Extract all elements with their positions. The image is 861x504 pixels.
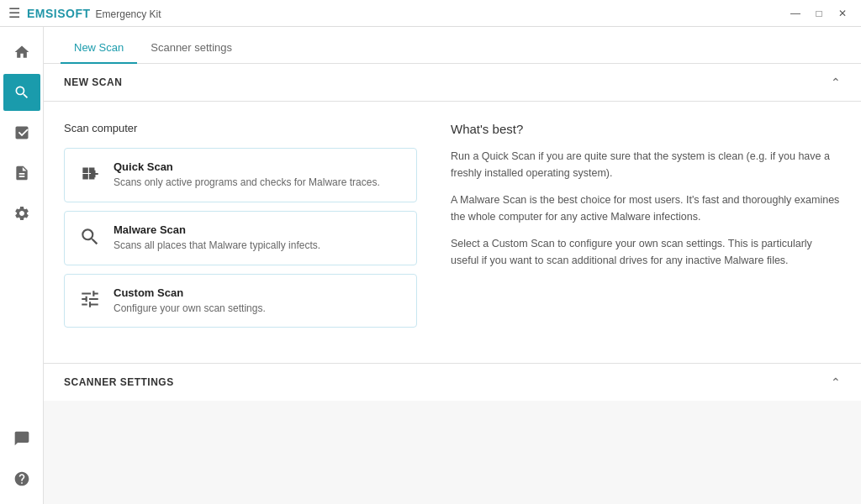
sidebar-item-logs[interactable] <box>3 155 40 192</box>
scanner-settings-chevron-up-icon: ⌃ <box>831 375 841 389</box>
search-icon <box>13 84 30 101</box>
quick-scan-card[interactable]: Quick Scan Scans only active programs an… <box>64 148 417 202</box>
quick-scan-text: Quick Scan Scans only active programs an… <box>114 160 380 190</box>
malware-scan-title: Malware Scan <box>114 223 320 236</box>
quarantine-icon <box>13 124 30 141</box>
scanner-settings-section-title: SCANNER SETTINGS <box>64 376 174 388</box>
titlebar: ☰ EMSISOFT Emergency Kit — □ ✕ <box>0 0 861 27</box>
quick-scan-icon <box>78 163 102 187</box>
app-body: New Scan Scanner settings NEW SCAN ⌃ Sca… <box>0 27 861 504</box>
new-scan-section: NEW SCAN ⌃ Scan computer <box>44 64 861 364</box>
titlebar-left: ☰ EMSISOFT Emergency Kit <box>8 5 161 21</box>
scan-right: What's best? Run a Quick Scan if you are… <box>451 122 841 336</box>
custom-scan-card[interactable]: Custom Scan Configure your own scan sett… <box>64 274 417 328</box>
tab-bar: New Scan Scanner settings <box>44 27 861 64</box>
scan-computer-label: Scan computer <box>64 122 417 134</box>
malware-scan-icon <box>78 226 102 250</box>
chat-icon <box>13 430 30 447</box>
brand-emsi: EMSISOFT <box>27 7 91 20</box>
custom-scan-icon <box>78 288 102 312</box>
home-icon <box>13 44 30 60</box>
hamburger-icon[interactable]: ☰ <box>8 5 20 21</box>
scan-body: Scan computer Quick Scan <box>44 102 861 363</box>
whats-best-title: What's best? <box>451 122 841 136</box>
sidebar-bottom <box>3 420 40 504</box>
scanner-settings-section-header[interactable]: SCANNER SETTINGS ⌃ <box>44 364 861 401</box>
tab-scanner-settings[interactable]: Scanner settings <box>137 33 246 64</box>
whats-best-para-1: Run a Quick Scan if you are quite sure t… <box>451 148 841 181</box>
sidebar-item-home[interactable] <box>3 34 40 71</box>
content-area: New Scan Scanner settings NEW SCAN ⌃ Sca… <box>44 27 861 504</box>
whats-best-para-3: Select a Custom Scan to configure your o… <box>451 235 841 269</box>
maximize-button[interactable]: □ <box>809 5 829 22</box>
sidebar-item-chat[interactable] <box>3 420 40 457</box>
whats-best-para-2: A Malware Scan is the best choice for mo… <box>451 192 841 225</box>
sidebar-item-scan[interactable] <box>3 74 40 111</box>
sidebar-item-help[interactable] <box>3 460 40 497</box>
new-scan-section-header[interactable]: NEW SCAN ⌃ <box>44 64 861 102</box>
new-scan-section-title: NEW SCAN <box>64 76 122 88</box>
titlebar-controls: — □ ✕ <box>785 5 853 22</box>
sidebar-item-quarantine[interactable] <box>3 114 40 151</box>
brand-subtitle: Emergency Kit <box>96 8 161 20</box>
malware-scan-text: Malware Scan Scans all places that Malwa… <box>114 223 320 253</box>
logs-icon <box>13 165 30 181</box>
tab-new-scan[interactable]: New Scan <box>61 33 137 64</box>
scan-left: Scan computer Quick Scan <box>64 122 417 336</box>
close-button[interactable]: ✕ <box>832 5 853 22</box>
main-scroll[interactable]: NEW SCAN ⌃ Scan computer <box>44 64 861 504</box>
help-icon <box>13 470 30 487</box>
scanner-settings-section: SCANNER SETTINGS ⌃ <box>44 364 861 401</box>
minimize-button[interactable]: — <box>785 5 806 22</box>
quick-scan-title: Quick Scan <box>114 160 380 173</box>
brand: EMSISOFT Emergency Kit <box>27 7 161 20</box>
custom-scan-text: Custom Scan Configure your own scan sett… <box>114 286 266 316</box>
quick-scan-desc: Scans only active programs and checks fo… <box>114 176 380 190</box>
malware-scan-desc: Scans all places that Malware typically … <box>114 239 320 253</box>
sidebar <box>0 27 44 504</box>
custom-scan-desc: Configure your own scan settings. <box>114 302 266 316</box>
custom-scan-title: Custom Scan <box>114 286 266 299</box>
gear-icon <box>13 205 30 222</box>
chevron-up-icon: ⌃ <box>831 76 841 89</box>
sidebar-item-settings[interactable] <box>3 195 40 232</box>
malware-scan-card[interactable]: Malware Scan Scans all places that Malwa… <box>64 211 417 265</box>
